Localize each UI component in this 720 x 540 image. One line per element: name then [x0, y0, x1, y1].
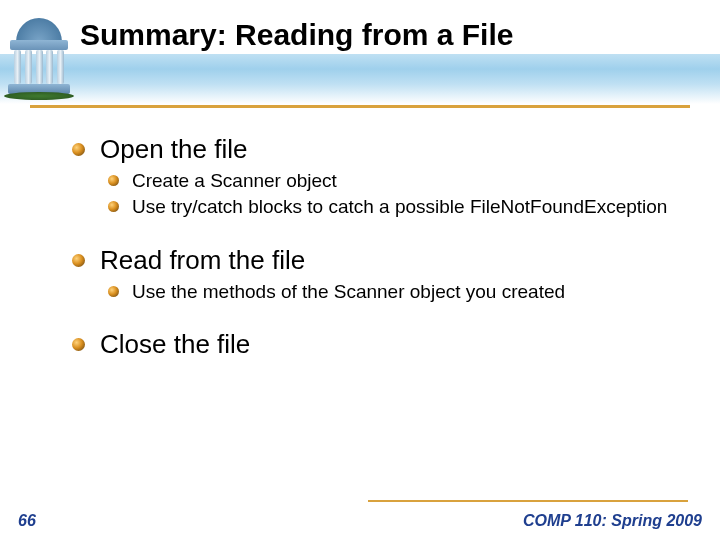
subbullet-try-catch: Use try/catch blocks to catch a possible… — [106, 195, 680, 219]
footer-divider — [368, 500, 688, 502]
subbullet-create-scanner: Create a Scanner object — [106, 169, 680, 193]
unc-old-well-icon — [4, 18, 74, 96]
slide-title: Summary: Reading from a File — [80, 18, 710, 52]
bullet-open-file: Open the file — [70, 134, 680, 165]
bullet-close-file: Close the file — [70, 329, 680, 360]
bullet-read-file: Read from the file — [70, 245, 680, 276]
subbullet-scanner-methods: Use the methods of the Scanner object yo… — [106, 280, 680, 304]
title-underline — [30, 105, 690, 108]
slide: Summary: Reading from a File Open the fi… — [0, 0, 720, 540]
page-number: 66 — [18, 512, 36, 530]
cloud-band — [0, 54, 720, 104]
course-label: COMP 110: Spring 2009 — [523, 512, 702, 530]
content-area: Open the file Create a Scanner object Us… — [70, 128, 680, 364]
